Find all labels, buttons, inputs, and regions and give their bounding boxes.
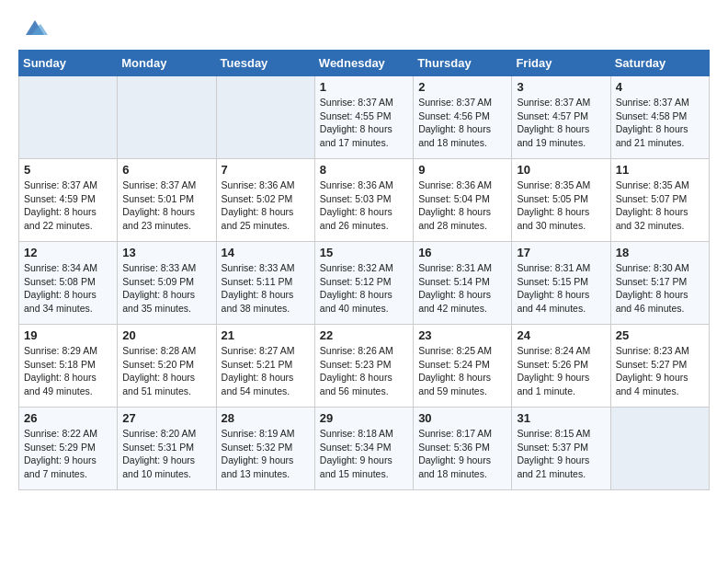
day-number: 29 xyxy=(320,411,408,425)
col-header-friday: Friday xyxy=(512,51,610,76)
day-number: 31 xyxy=(517,411,605,425)
week-row: 12Sunrise: 8:34 AM Sunset: 5:08 PM Dayli… xyxy=(19,242,710,325)
calendar-cell: 3Sunrise: 8:37 AM Sunset: 4:57 PM Daylig… xyxy=(512,76,610,159)
day-number: 13 xyxy=(122,246,210,259)
day-info: Sunrise: 8:35 AM Sunset: 5:07 PM Dayligh… xyxy=(616,178,704,233)
week-row: 1Sunrise: 8:37 AM Sunset: 4:55 PM Daylig… xyxy=(19,76,710,159)
day-info: Sunrise: 8:25 AM Sunset: 5:24 PM Dayligh… xyxy=(418,344,506,398)
calendar-cell: 1Sunrise: 8:37 AM Sunset: 4:55 PM Daylig… xyxy=(314,76,413,159)
day-info: Sunrise: 8:32 AM Sunset: 5:12 PM Dayligh… xyxy=(320,261,408,316)
day-info: Sunrise: 8:37 AM Sunset: 4:58 PM Dayligh… xyxy=(616,96,704,150)
day-info: Sunrise: 8:37 AM Sunset: 4:57 PM Dayligh… xyxy=(517,96,605,150)
calendar-cell: 7Sunrise: 8:36 AM Sunset: 5:02 PM Daylig… xyxy=(216,159,314,242)
calendar-table: SundayMondayTuesdayWednesdayThursdayFrid… xyxy=(18,50,710,490)
day-info: Sunrise: 8:34 AM Sunset: 5:08 PM Dayligh… xyxy=(24,261,112,316)
day-number: 26 xyxy=(24,411,112,425)
day-info: Sunrise: 8:28 AM Sunset: 5:20 PM Dayligh… xyxy=(122,344,210,398)
day-number: 1 xyxy=(320,80,408,94)
calendar-cell: 24Sunrise: 8:24 AM Sunset: 5:26 PM Dayli… xyxy=(512,325,610,408)
day-info: Sunrise: 8:31 AM Sunset: 5:15 PM Dayligh… xyxy=(517,261,605,316)
day-info: Sunrise: 8:33 AM Sunset: 5:11 PM Dayligh… xyxy=(222,261,310,316)
calendar-cell: 6Sunrise: 8:37 AM Sunset: 5:01 PM Daylig… xyxy=(118,159,216,242)
day-info: Sunrise: 8:36 AM Sunset: 5:03 PM Dayligh… xyxy=(320,178,408,233)
day-number: 8 xyxy=(320,163,408,177)
calendar-cell: 10Sunrise: 8:35 AM Sunset: 5:05 PM Dayli… xyxy=(512,159,610,242)
calendar-cell: 2Sunrise: 8:37 AM Sunset: 4:56 PM Daylig… xyxy=(414,76,512,159)
week-row: 26Sunrise: 8:22 AM Sunset: 5:29 PM Dayli… xyxy=(19,408,710,490)
day-number: 21 xyxy=(222,328,310,342)
day-number: 16 xyxy=(418,246,506,259)
calendar-cell: 17Sunrise: 8:31 AM Sunset: 5:15 PM Dayli… xyxy=(512,242,610,325)
calendar-cell: 28Sunrise: 8:19 AM Sunset: 5:32 PM Dayli… xyxy=(216,408,314,490)
day-number: 30 xyxy=(418,411,506,425)
day-info: Sunrise: 8:35 AM Sunset: 5:05 PM Dayligh… xyxy=(517,178,605,233)
day-number: 6 xyxy=(122,163,210,177)
day-number: 9 xyxy=(418,163,506,177)
day-info: Sunrise: 8:37 AM Sunset: 4:56 PM Dayligh… xyxy=(418,96,506,150)
col-header-sunday: Sunday xyxy=(19,51,118,76)
day-info: Sunrise: 8:37 AM Sunset: 4:55 PM Dayligh… xyxy=(320,96,408,150)
day-info: Sunrise: 8:17 AM Sunset: 5:36 PM Dayligh… xyxy=(418,427,506,481)
day-info: Sunrise: 8:30 AM Sunset: 5:17 PM Dayligh… xyxy=(616,261,704,316)
day-number: 28 xyxy=(222,411,310,425)
day-number: 25 xyxy=(616,328,704,342)
day-number: 22 xyxy=(320,328,408,342)
header-row: SundayMondayTuesdayWednesdayThursdayFrid… xyxy=(19,51,710,76)
header xyxy=(18,15,710,40)
calendar-cell: 25Sunrise: 8:23 AM Sunset: 5:27 PM Dayli… xyxy=(610,325,709,408)
calendar-cell: 19Sunrise: 8:29 AM Sunset: 5:18 PM Dayli… xyxy=(19,325,118,408)
day-info: Sunrise: 8:31 AM Sunset: 5:14 PM Dayligh… xyxy=(418,261,506,316)
logo-icon xyxy=(22,15,48,40)
day-info: Sunrise: 8:27 AM Sunset: 5:21 PM Dayligh… xyxy=(222,344,310,398)
calendar-cell: 26Sunrise: 8:22 AM Sunset: 5:29 PM Dayli… xyxy=(19,408,118,490)
calendar-cell: 5Sunrise: 8:37 AM Sunset: 4:59 PM Daylig… xyxy=(19,159,118,242)
day-number: 5 xyxy=(24,163,112,177)
calendar-cell: 31Sunrise: 8:15 AM Sunset: 5:37 PM Dayli… xyxy=(512,408,610,490)
calendar-cell: 29Sunrise: 8:18 AM Sunset: 5:34 PM Dayli… xyxy=(314,408,413,490)
day-info: Sunrise: 8:24 AM Sunset: 5:26 PM Dayligh… xyxy=(517,344,605,398)
calendar-cell xyxy=(19,76,118,159)
day-number: 20 xyxy=(122,328,210,342)
day-number: 7 xyxy=(222,163,310,177)
day-number: 11 xyxy=(616,163,704,177)
day-info: Sunrise: 8:36 AM Sunset: 5:04 PM Dayligh… xyxy=(418,178,506,233)
calendar-cell: 13Sunrise: 8:33 AM Sunset: 5:09 PM Dayli… xyxy=(118,242,216,325)
calendar-cell xyxy=(216,76,314,159)
calendar-cell: 23Sunrise: 8:25 AM Sunset: 5:24 PM Dayli… xyxy=(414,325,512,408)
calendar-cell: 9Sunrise: 8:36 AM Sunset: 5:04 PM Daylig… xyxy=(414,159,512,242)
day-number: 18 xyxy=(616,246,704,259)
calendar-cell: 22Sunrise: 8:26 AM Sunset: 5:23 PM Dayli… xyxy=(314,325,413,408)
day-number: 4 xyxy=(616,80,704,94)
day-number: 27 xyxy=(122,411,210,425)
day-number: 19 xyxy=(24,328,112,342)
day-number: 17 xyxy=(517,246,605,259)
calendar-cell: 16Sunrise: 8:31 AM Sunset: 5:14 PM Dayli… xyxy=(414,242,512,325)
calendar-cell: 8Sunrise: 8:36 AM Sunset: 5:03 PM Daylig… xyxy=(314,159,413,242)
calendar-cell: 18Sunrise: 8:30 AM Sunset: 5:17 PM Dayli… xyxy=(610,242,709,325)
day-info: Sunrise: 8:26 AM Sunset: 5:23 PM Dayligh… xyxy=(320,344,408,398)
week-row: 19Sunrise: 8:29 AM Sunset: 5:18 PM Dayli… xyxy=(19,325,710,408)
calendar-cell: 14Sunrise: 8:33 AM Sunset: 5:11 PM Dayli… xyxy=(216,242,314,325)
page: SundayMondayTuesdayWednesdayThursdayFrid… xyxy=(0,0,728,505)
day-info: Sunrise: 8:15 AM Sunset: 5:37 PM Dayligh… xyxy=(517,427,605,481)
day-info: Sunrise: 8:22 AM Sunset: 5:29 PM Dayligh… xyxy=(24,427,112,481)
day-info: Sunrise: 8:20 AM Sunset: 5:31 PM Dayligh… xyxy=(122,427,210,481)
day-number: 2 xyxy=(418,80,506,94)
day-number: 24 xyxy=(517,328,605,342)
day-number: 12 xyxy=(24,246,112,259)
calendar-cell: 4Sunrise: 8:37 AM Sunset: 4:58 PM Daylig… xyxy=(610,76,709,159)
day-info: Sunrise: 8:19 AM Sunset: 5:32 PM Dayligh… xyxy=(222,427,310,481)
day-info: Sunrise: 8:33 AM Sunset: 5:09 PM Dayligh… xyxy=(122,261,210,316)
calendar-cell: 30Sunrise: 8:17 AM Sunset: 5:36 PM Dayli… xyxy=(414,408,512,490)
day-info: Sunrise: 8:23 AM Sunset: 5:27 PM Dayligh… xyxy=(616,344,704,398)
calendar-cell: 27Sunrise: 8:20 AM Sunset: 5:31 PM Dayli… xyxy=(118,408,216,490)
calendar-cell: 15Sunrise: 8:32 AM Sunset: 5:12 PM Dayli… xyxy=(314,242,413,325)
calendar-cell xyxy=(118,76,216,159)
day-info: Sunrise: 8:37 AM Sunset: 4:59 PM Dayligh… xyxy=(24,178,112,233)
col-header-wednesday: Wednesday xyxy=(314,51,413,76)
day-number: 3 xyxy=(517,80,605,94)
calendar-cell: 20Sunrise: 8:28 AM Sunset: 5:20 PM Dayli… xyxy=(118,325,216,408)
logo xyxy=(18,15,48,40)
col-header-monday: Monday xyxy=(118,51,216,76)
day-number: 15 xyxy=(320,246,408,259)
